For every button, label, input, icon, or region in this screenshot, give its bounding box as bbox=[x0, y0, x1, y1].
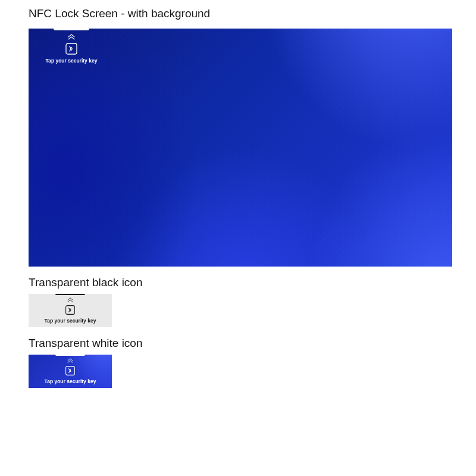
svg-rect-0 bbox=[66, 43, 77, 54]
section-title-main: NFC Lock Screen - with background bbox=[29, 7, 476, 20]
overlay-notch bbox=[55, 355, 85, 356]
chevrons-up-icon bbox=[40, 34, 102, 40]
nfc-overlay-caption: Tap your security key bbox=[40, 58, 102, 64]
nfc-overlay-dark[interactable]: Tap your security key bbox=[39, 294, 101, 324]
nfc-overlay-caption: Tap your security key bbox=[39, 378, 101, 384]
nfc-overlay[interactable]: Tap your security key bbox=[40, 29, 102, 64]
chevrons-up-icon bbox=[39, 358, 101, 363]
overlay-notch bbox=[54, 29, 89, 30]
nfc-overlay-white[interactable]: Tap your security key bbox=[39, 355, 101, 384]
nfc-card-icon bbox=[39, 365, 101, 376]
overlay-notch bbox=[55, 294, 85, 295]
nfc-overlay-caption: Tap your security key bbox=[39, 318, 101, 324]
section-title-black: Transparent black icon bbox=[29, 276, 476, 289]
section-title-white: Transparent white icon bbox=[29, 337, 476, 350]
chevrons-up-icon bbox=[39, 298, 101, 302]
svg-rect-1 bbox=[66, 306, 75, 315]
nfc-card-icon bbox=[40, 42, 102, 55]
thumb-white-icon: Tap your security key bbox=[29, 355, 112, 388]
thumb-black-icon: Tap your security key bbox=[29, 294, 112, 327]
nfc-card-icon bbox=[39, 305, 101, 315]
svg-rect-2 bbox=[66, 367, 75, 375]
lock-screen-preview: Tap your security key bbox=[29, 29, 452, 267]
